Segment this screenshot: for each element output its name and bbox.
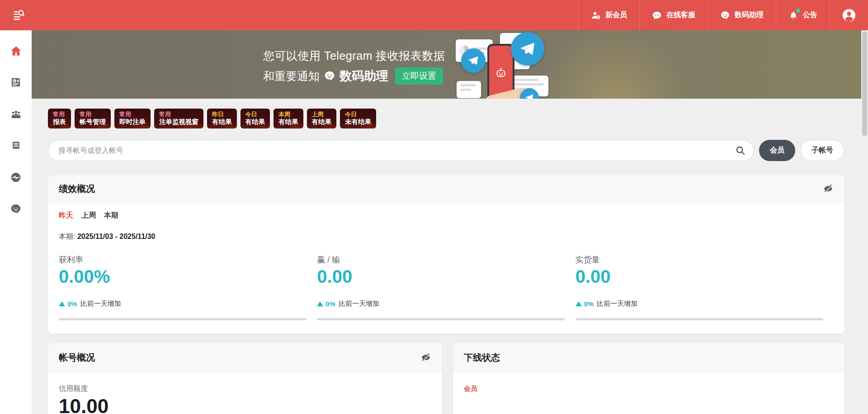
quick-tag-bet-monitor[interactable]: 常用 注单监视视窗	[154, 109, 203, 128]
sidebar-item-activity[interactable]	[6, 167, 26, 187]
top-bar-nav: 新会员 在线客服	[578, 0, 868, 30]
metric-label: 赢 / 输	[317, 254, 575, 265]
downline-title: 下线状态	[464, 352, 500, 364]
eye-off-icon[interactable]	[420, 352, 431, 363]
account-title: 帐号概况	[59, 352, 95, 364]
sidebar-item-reports[interactable]	[6, 72, 26, 92]
app-root: 新会员 在线客服	[0, 0, 868, 414]
sidebar-item-accounts[interactable]	[6, 104, 26, 124]
delta-pct: 0%	[67, 300, 77, 308]
up-triangle-icon	[317, 301, 323, 306]
user-avatar[interactable]	[830, 0, 868, 30]
banner-text: 您可以使用 Telegram 接收报表数据 和重要通知 数码助理 立即设置	[263, 48, 445, 85]
downline-member-label[interactable]: 会员	[464, 385, 477, 392]
bot-icon	[324, 70, 335, 82]
tag-bottom: 帐号管理	[80, 118, 106, 126]
nav-label: 在线客服	[666, 10, 695, 20]
metric-delta: 0% 比前一天增加	[317, 300, 575, 308]
search-input[interactable]	[48, 140, 754, 161]
report-icon	[10, 76, 22, 88]
banner-line-2: 和重要通知 数码助理 立即设置	[263, 67, 445, 85]
accounts-icon	[10, 108, 22, 120]
tab-last-week[interactable]: 上周	[81, 211, 96, 220]
metric-progress-bar	[317, 318, 565, 320]
member-filter-button[interactable]: 会员	[759, 140, 795, 161]
metric-turnover: 实货量 0.00 0% 比前一天增加	[576, 254, 834, 320]
sidebar-item-orders[interactable]	[6, 136, 26, 156]
quick-tag-today-results[interactable]: 今日 有结果	[241, 109, 270, 128]
performance-title: 绩效概况	[59, 183, 95, 195]
quick-tag-today-no-results[interactable]: 今日 未有结果	[340, 109, 376, 128]
menu-search-icon[interactable]	[9, 5, 29, 25]
up-triangle-icon	[576, 301, 582, 306]
delta-text: 比前一天增加	[339, 300, 379, 308]
scrollbar-thumb[interactable]	[862, 31, 867, 136]
downline-status-card: 下线状态 会员	[453, 343, 844, 414]
scrollbar-track[interactable]	[861, 30, 868, 414]
eye-off-icon[interactable]	[823, 183, 834, 194]
notification-dot	[796, 9, 800, 13]
search-icon[interactable]	[735, 145, 745, 157]
tab-this-period[interactable]: 本期	[104, 211, 118, 220]
chat-icon	[652, 10, 662, 20]
tab-yesterday[interactable]: 昨天	[59, 211, 73, 220]
metric-delta: 0% 比前一天增加	[59, 300, 317, 308]
credit-limit-value: 10.00	[59, 396, 431, 414]
quick-tag-reports[interactable]: 常用 报表	[48, 109, 71, 128]
tag-bottom: 有结果	[312, 118, 332, 126]
sidebar-item-home[interactable]	[6, 41, 26, 61]
search-row: 会员 子帐号	[48, 140, 844, 161]
nav-item-new-member[interactable]: 新会员	[578, 0, 639, 30]
banner-line-1: 您可以使用 Telegram 接收报表数据	[263, 48, 445, 63]
tag-top: 常用	[80, 111, 106, 118]
nav-label: 公告	[803, 10, 817, 20]
metric-value: 0.00%	[59, 266, 317, 286]
quick-tag-yesterday-results[interactable]: 昨日 有结果	[207, 109, 237, 128]
quick-tag-lastweek-results[interactable]: 上周 有结果	[307, 109, 337, 128]
quick-tags-row: 常用 报表 常用 帐号管理 常用 即时注单 常用 注单监视视窗 昨日 有结果	[48, 109, 844, 128]
setup-now-button[interactable]: 立即设置	[395, 67, 443, 85]
metric-value: 0.00	[576, 266, 834, 286]
delta-text: 比前一天增加	[597, 300, 637, 308]
up-triangle-icon	[59, 301, 65, 306]
tag-top: 常用	[159, 111, 198, 118]
tag-bottom: 有结果	[212, 118, 232, 126]
nav-label: 数码助理	[735, 10, 764, 20]
tag-top: 今日	[245, 111, 265, 118]
telegram-icon	[511, 32, 544, 66]
tag-top: 上周	[312, 111, 332, 118]
metric-progress-bar	[576, 318, 823, 320]
avatar-icon	[842, 8, 856, 23]
sidebar-item-assistant[interactable]	[6, 199, 26, 219]
nav-item-announcements[interactable]: 公告	[776, 0, 830, 30]
quick-tag-account-mgmt[interactable]: 常用 帐号管理	[75, 109, 111, 128]
subaccount-filter-button[interactable]: 子帐号	[800, 140, 844, 161]
home-icon	[10, 45, 22, 57]
tag-bottom: 注单监视视窗	[159, 118, 198, 126]
nav-item-digital-assistant[interactable]: 数码助理	[708, 0, 776, 30]
banner-line-2-prefix: 和重要通知	[263, 69, 320, 84]
top-bar-left	[0, 0, 29, 30]
delta-pct: 0%	[326, 300, 335, 308]
downline-body: 会员	[453, 372, 844, 405]
quick-tag-thisweek-results[interactable]: 本周 有结果	[274, 109, 303, 128]
bell-icon	[788, 10, 798, 20]
downline-card-header: 下线状态	[453, 343, 844, 372]
credit-limit-label: 信用额度	[59, 384, 431, 394]
tag-bottom: 报表	[53, 118, 66, 126]
banner-bot-name: 数码助理	[340, 68, 388, 84]
delta-pct: 0%	[584, 300, 594, 308]
quick-tag-live-bets[interactable]: 常用 即时注单	[114, 109, 151, 128]
tag-top: 今日	[345, 111, 371, 118]
orders-icon	[10, 140, 22, 152]
metric-win-loss: 赢 / 输 0.00 0% 比前一天增加	[317, 254, 575, 320]
performance-body: 昨天 上周 本期 本期: 2025/11/03 - 2025/11/30 获利率…	[48, 203, 844, 334]
menu-search-glyph	[12, 9, 26, 22]
banner-art-card-small	[457, 81, 481, 98]
account-card-header: 帐号概况	[48, 343, 442, 372]
nav-item-online-service[interactable]: 在线客服	[639, 0, 708, 30]
top-bar: 新会员 在线客服	[0, 0, 868, 30]
delta-text: 比前一天增加	[80, 300, 121, 308]
performance-card-header: 绩效概况	[48, 175, 844, 203]
activity-icon	[10, 171, 22, 183]
